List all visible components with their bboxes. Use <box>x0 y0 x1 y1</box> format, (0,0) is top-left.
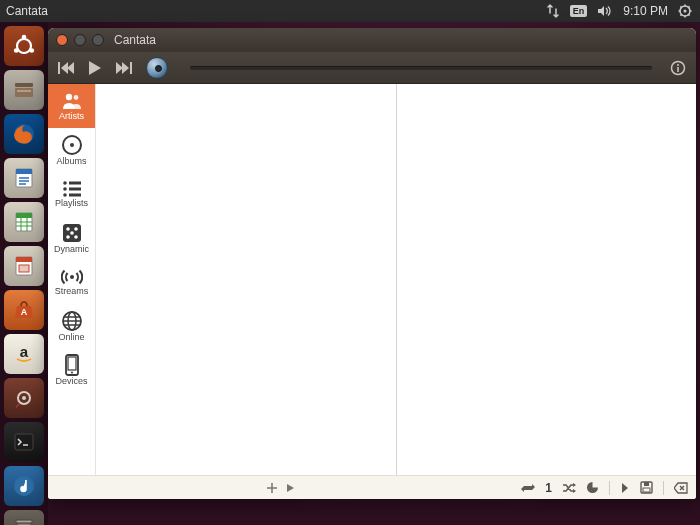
view-sidebar: Artists Albums Playlists Dynamic Streams… <box>48 84 96 475</box>
svg-rect-31 <box>19 265 29 272</box>
sidebar-item-online[interactable]: Online <box>48 304 95 348</box>
launcher-terminal[interactable] <box>4 422 44 462</box>
window-title: Cantata <box>114 33 156 47</box>
network-indicator[interactable] <box>546 4 560 18</box>
svg-text:A: A <box>21 307 28 317</box>
window-titlebar[interactable]: Cantata <box>48 28 696 52</box>
content-panes <box>96 84 696 475</box>
svg-line-7 <box>688 14 689 15</box>
files-icon <box>12 78 36 102</box>
launcher-firefox[interactable] <box>4 114 44 154</box>
streams-icon <box>61 268 83 286</box>
play-button[interactable] <box>88 60 102 76</box>
shuffle-button[interactable] <box>562 482 576 494</box>
svg-point-64 <box>70 275 74 279</box>
sidebar-item-artists[interactable]: Artists <box>48 84 95 128</box>
svg-point-51 <box>70 143 74 147</box>
svg-rect-47 <box>677 67 679 72</box>
window-minimize-button[interactable] <box>74 34 86 46</box>
svg-rect-16 <box>17 90 31 92</box>
launcher-cantata[interactable] <box>4 466 44 506</box>
svg-rect-15 <box>15 88 33 97</box>
launcher-trash[interactable] <box>4 510 44 525</box>
svg-point-61 <box>66 235 70 239</box>
launcher-settings[interactable] <box>4 378 44 418</box>
arrow-right-icon <box>620 482 630 494</box>
svg-point-52 <box>63 181 67 185</box>
window-close-button[interactable] <box>56 34 68 46</box>
playnext-button[interactable] <box>286 483 295 493</box>
add-button[interactable] <box>266 482 278 494</box>
info-icon <box>670 60 686 76</box>
svg-line-8 <box>680 14 681 15</box>
ubuntu-logo-icon <box>11 33 37 59</box>
launcher-amazon[interactable]: a <box>4 334 44 374</box>
sound-indicator[interactable] <box>597 4 613 18</box>
svg-point-48 <box>65 94 71 100</box>
clear-queue-button[interactable] <box>674 482 688 494</box>
separator <box>609 481 610 495</box>
launcher-calc[interactable] <box>4 202 44 242</box>
launcher-writer[interactable] <box>4 158 44 198</box>
sidebar-item-albums[interactable]: Albums <box>48 128 95 172</box>
sidebar-label: Artists <box>59 112 84 121</box>
svg-point-49 <box>73 95 78 100</box>
skip-forward-icon <box>116 61 132 75</box>
separator <box>663 481 664 495</box>
svg-point-1 <box>684 10 687 13</box>
svg-line-6 <box>680 6 681 7</box>
playlists-icon <box>61 180 83 198</box>
repeat-button[interactable] <box>521 482 535 494</box>
sidebar-item-devices[interactable]: Devices <box>48 348 95 392</box>
music-note-icon <box>12 474 36 498</box>
svg-point-59 <box>66 227 70 231</box>
player-toolbar <box>48 52 696 84</box>
svg-rect-71 <box>68 357 76 370</box>
sidebar-item-dynamic[interactable]: Dynamic <box>48 216 95 260</box>
window-body: Artists Albums Playlists Dynamic Streams… <box>48 84 696 475</box>
next-track-button[interactable] <box>116 61 132 75</box>
calc-icon <box>12 210 36 234</box>
scroll-to-current-button[interactable] <box>620 482 630 494</box>
consume-icon <box>586 481 599 494</box>
clock[interactable]: 9:10 PM <box>623 4 668 18</box>
artists-icon <box>61 91 83 111</box>
software-center-icon: A <box>12 298 36 322</box>
session-indicator[interactable] <box>678 4 692 18</box>
sidebar-label: Dynamic <box>54 245 89 254</box>
prev-track-button[interactable] <box>58 61 74 75</box>
launcher-files[interactable] <box>4 70 44 110</box>
svg-rect-19 <box>16 169 32 174</box>
window-maximize-button[interactable] <box>92 34 104 46</box>
svg-rect-57 <box>69 194 81 197</box>
settings-icon <box>12 386 36 410</box>
sidebar-item-streams[interactable]: Streams <box>48 260 95 304</box>
dynamic-icon <box>61 222 83 244</box>
svg-point-54 <box>63 187 67 191</box>
playqueue-pane[interactable] <box>396 84 697 475</box>
svg-point-10 <box>17 39 31 53</box>
repeat-icon <box>521 482 535 494</box>
info-button[interactable] <box>670 60 686 76</box>
top-menubar: Cantata En 9:10 PM <box>0 0 700 22</box>
save-queue-button[interactable] <box>640 481 653 494</box>
consume-button[interactable] <box>586 481 599 494</box>
launcher-impress[interactable] <box>4 246 44 286</box>
devices-icon <box>64 354 80 376</box>
keyboard-indicator[interactable]: En <box>570 5 588 17</box>
launcher-dash[interactable] <box>4 26 44 66</box>
disc-button[interactable] <box>146 57 168 79</box>
firefox-icon <box>11 121 37 147</box>
single-button[interactable]: 1 <box>545 481 552 495</box>
progress-slider[interactable] <box>186 66 656 70</box>
svg-point-46 <box>677 64 679 66</box>
sidebar-item-playlists[interactable]: Playlists <box>48 172 95 216</box>
shuffle-icon <box>562 482 576 494</box>
svg-point-63 <box>70 231 74 235</box>
svg-point-60 <box>74 227 78 231</box>
launcher-software[interactable]: A <box>4 290 44 330</box>
menubar-appname: Cantata <box>6 4 48 18</box>
online-icon <box>61 310 83 332</box>
trash-icon <box>13 517 35 525</box>
browse-pane[interactable] <box>96 84 396 475</box>
